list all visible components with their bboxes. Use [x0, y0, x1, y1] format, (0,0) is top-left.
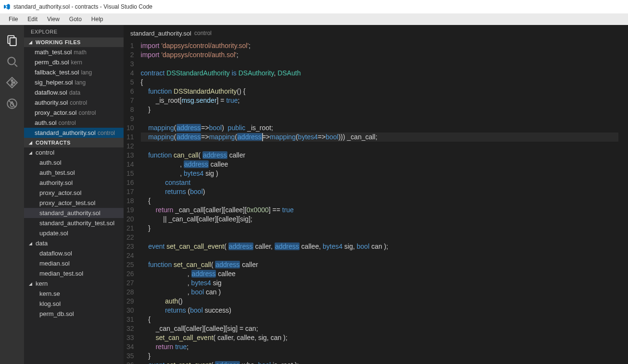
- tree-file-item[interactable]: standard_authority_test.sol: [24, 218, 124, 228]
- code-content[interactable]: import 'dappsys/control/authority.sol';i…: [141, 41, 628, 364]
- working-file-item[interactable]: fallback_test.sollang: [24, 67, 124, 77]
- svg-rect-1: [10, 38, 16, 46]
- tree-file-item[interactable]: klog.sol: [24, 299, 124, 309]
- tree-file-item[interactable]: standard_authority.sol: [24, 208, 124, 218]
- git-icon[interactable]: [0, 72, 24, 93]
- tree-file-item[interactable]: median.sol: [24, 258, 124, 268]
- working-files-label: WORKING FILES: [36, 39, 81, 45]
- working-files-list: math_test.solmathperm_db.solkernfallback…: [24, 47, 124, 138]
- folder-item[interactable]: ◢kern: [24, 279, 124, 289]
- working-files-header[interactable]: ◢ WORKING FILES: [24, 37, 124, 47]
- debug-icon[interactable]: [0, 93, 24, 114]
- menu-file[interactable]: File: [4, 15, 23, 24]
- working-file-item[interactable]: proxy_actor.solcontrol: [24, 108, 124, 118]
- tree-file-item[interactable]: dataflow.sol: [24, 248, 124, 258]
- svg-line-3: [14, 64, 17, 66]
- tab-crumb: control: [194, 30, 212, 36]
- working-file-item[interactable]: auth.solcontrol: [24, 118, 124, 128]
- tree-file-item[interactable]: perm_db.sol: [24, 309, 124, 319]
- working-file-item[interactable]: standard_authority.solcontrol: [24, 128, 124, 138]
- project-tree: ◢controlauth.solauth_test.solauthority.s…: [24, 147, 124, 319]
- tree-file-item[interactable]: median_test.sol: [24, 268, 124, 279]
- titlebar: standard_authority.sol - contracts - Vis…: [0, 0, 628, 13]
- tree-file-item[interactable]: auth.sol: [24, 158, 124, 168]
- working-file-item[interactable]: perm_db.solkern: [24, 57, 124, 67]
- editor-tab[interactable]: standard_authority.sol control: [124, 25, 628, 41]
- chevron-down-icon: ◢: [29, 140, 34, 145]
- window-title: standard_authority.sol - contracts - Vis…: [13, 3, 152, 10]
- working-file-item[interactable]: math_test.solmath: [24, 47, 124, 57]
- tree-file-item[interactable]: authority.sol: [24, 178, 124, 188]
- tree-file-item[interactable]: auth_test.sol: [24, 168, 124, 178]
- activitybar: [0, 25, 24, 364]
- svg-point-2: [8, 57, 15, 64]
- tree-file-item[interactable]: kern.se: [24, 289, 124, 299]
- search-icon[interactable]: [0, 51, 24, 72]
- tree-file-item[interactable]: proxy_actor.sol: [24, 188, 124, 198]
- menu-goto[interactable]: Goto: [64, 15, 87, 24]
- explorer-icon[interactable]: [0, 30, 24, 51]
- menu-view[interactable]: View: [42, 15, 64, 24]
- project-label: CONTRACTS: [36, 140, 71, 146]
- working-file-item[interactable]: dataflow.soldata: [24, 87, 124, 97]
- explorer-sidebar: EXPLORE ◢ WORKING FILES math_test.solmat…: [24, 25, 124, 364]
- working-file-item[interactable]: sig_helper.sollang: [24, 77, 124, 87]
- vscode-icon: [3, 3, 11, 11]
- code-area[interactable]: 1234567891011121314151617181920212223242…: [124, 41, 628, 364]
- gutter: 1234567891011121314151617181920212223242…: [124, 41, 141, 364]
- tree-file-item[interactable]: update.sol: [24, 228, 124, 238]
- tab-filename: standard_authority.sol: [130, 30, 191, 37]
- explorer-title: EXPLORE: [24, 25, 124, 37]
- tree-file-item[interactable]: proxy_actor_test.sol: [24, 198, 124, 208]
- working-file-item[interactable]: authority.solcontrol: [24, 97, 124, 108]
- project-header[interactable]: ◢ CONTRACTS: [24, 138, 124, 147]
- folder-item[interactable]: ◢control: [24, 147, 124, 158]
- chevron-down-icon: ◢: [29, 40, 34, 45]
- folder-item[interactable]: ◢data: [24, 238, 124, 248]
- menu-edit[interactable]: Edit: [23, 15, 42, 24]
- editor: standard_authority.sol control 123456789…: [124, 25, 628, 364]
- menu-help[interactable]: Help: [87, 15, 108, 24]
- menubar: File Edit View Goto Help: [0, 13, 628, 25]
